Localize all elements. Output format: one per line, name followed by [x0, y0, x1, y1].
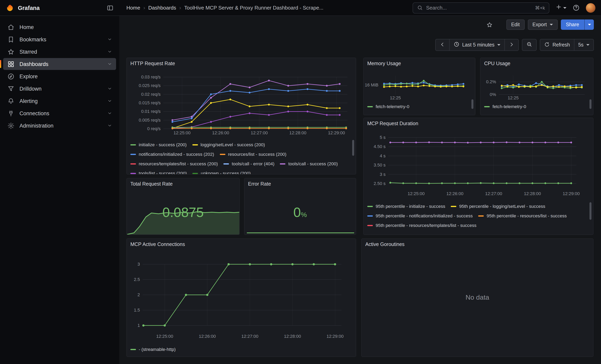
chevron-down-icon[interactable]: [107, 49, 112, 54]
share-caret-button[interactable]: [584, 20, 594, 30]
legend: fetch-telemetry-0: [484, 102, 587, 114]
time-forward-button[interactable]: [505, 39, 519, 51]
mcp-active-connections-chart[interactable]: 12:25:0012:26:0012:27:0012:28:0012:29:00…: [127, 239, 356, 357]
sidebar-toggle-icon[interactable]: [107, 4, 114, 11]
panel-mcp-active-connections: MCP Active Connections 12:25:0012:26:001…: [126, 238, 356, 357]
stat-value: 0%: [244, 205, 356, 220]
legend-item[interactable]: tools/call - success (200): [280, 159, 338, 168]
panel-title[interactable]: HTTP Request Rate: [130, 61, 175, 66]
legend-item[interactable]: logging/setLevel - success (200): [192, 140, 265, 149]
sidebar-item-administration[interactable]: Administration: [3, 120, 116, 132]
chevron-down-icon[interactable]: [107, 37, 112, 42]
panel-title[interactable]: Active Goroutines: [365, 242, 404, 247]
scrollbar-thumb[interactable]: [352, 140, 354, 156]
zoom-out-button[interactable]: [522, 39, 537, 51]
grafana-logo-icon[interactable]: [6, 3, 14, 12]
svg-text:2.50 s: 2.50 s: [374, 181, 386, 186]
chevron-down-icon: [497, 44, 501, 46]
search-input[interactable]: [426, 5, 532, 11]
favorite-star-icon[interactable]: [486, 21, 493, 28]
chevron-down-icon[interactable]: [107, 86, 112, 91]
sidebar-item-label: Administration: [20, 123, 53, 128]
scrollbar-thumb[interactable]: [471, 99, 473, 109]
legend-item[interactable]: 95th percentile - initialize - success: [367, 201, 445, 211]
refresh-interval-picker[interactable]: 5s: [574, 39, 594, 51]
legend-item[interactable]: tools/call - error (404): [223, 159, 274, 168]
panel-title[interactable]: MCP Request Duration: [367, 121, 418, 126]
legend-item[interactable]: 95th percentile - resources/list - succe…: [478, 211, 567, 221]
sidebar-item-starred[interactable]: Starred: [3, 46, 116, 58]
clock-icon: [453, 41, 459, 49]
panel-title[interactable]: Memory Usage: [367, 61, 401, 66]
panel-mcp-request-duration: MCP Request Duration 12:25:0012:26:0012:…: [363, 118, 593, 235]
legend-item[interactable]: resources/templates/list - success (200): [130, 159, 218, 168]
panel-memory-usage: Memory Usage 12:2516 MiB fetch-telemetry…: [363, 58, 475, 115]
legend-label: 95th percentile - logging/setLevel - suc…: [459, 204, 545, 209]
nav-left: Grafana: [0, 3, 119, 12]
sidebar-item-alerting[interactable]: Alerting: [3, 95, 116, 107]
legend-item[interactable]: fetch-telemetry-0: [484, 102, 526, 111]
chevron-down-icon[interactable]: [107, 123, 112, 128]
legend-item[interactable]: tools/list - success (200): [130, 168, 187, 174]
top-nav: Grafana Home›Dashboards›ToolHive MCP Ser…: [0, 0, 601, 16]
legend-swatch: [478, 215, 484, 216]
scrollbar-thumb[interactable]: [590, 99, 591, 109]
legend-label: 95th percentile - resources/templates/li…: [376, 223, 476, 228]
panel-title[interactable]: CPU Usage: [484, 61, 510, 66]
sidebar-item-drilldown[interactable]: Drilldown: [3, 83, 116, 95]
legend-item[interactable]: 95th percentile - resources/templates/li…: [367, 221, 476, 230]
legend-scrollbar[interactable]: [471, 99, 473, 114]
svg-text:0.2%: 0.2%: [486, 79, 496, 84]
share-button[interactable]: Share: [561, 20, 594, 30]
panel-total-request-rate: Total Request Rate 0.0875: [126, 178, 240, 235]
panel-title[interactable]: Error Rate: [248, 181, 271, 187]
svg-text:2.5: 2.5: [134, 277, 140, 282]
sidebar-item-connections[interactable]: Connections: [3, 107, 116, 119]
time-back-button[interactable]: [435, 39, 449, 51]
svg-text:5 s: 5 s: [380, 135, 386, 140]
sidebar-item-bookmarks[interactable]: Bookmarks: [3, 33, 116, 45]
export-button[interactable]: Export: [528, 20, 558, 30]
legend-item[interactable]: 95th percentile - notifications/initiali…: [367, 211, 473, 221]
breadcrumb-item-home[interactable]: Home: [126, 5, 140, 11]
sidebar-item-explore[interactable]: Explore: [3, 70, 116, 82]
edit-button[interactable]: Edit: [506, 20, 524, 30]
legend: initialize - success (200)logging/setLev…: [130, 140, 349, 174]
no-data-message: No data: [362, 239, 593, 356]
legend-label: resources/templates/list - success (200): [139, 161, 218, 166]
legend-item[interactable]: - (streamable-http): [130, 344, 176, 354]
share-label[interactable]: Share: [561, 20, 584, 30]
legend-scrollbar[interactable]: [352, 140, 354, 173]
chevron-down-icon[interactable]: [107, 111, 112, 116]
sidebar-item-home[interactable]: Home: [3, 21, 116, 33]
breadcrumb-item-toolhive-mcp-server-prox[interactable]: ToolHive MCP Server & Proxy Runner Dashb…: [184, 5, 323, 11]
legend-item[interactable]: notifications/initialized - success (202…: [130, 149, 214, 159]
svg-text:12:25:00: 12:25:00: [156, 334, 173, 339]
search-icon: [417, 5, 423, 11]
legend-label: initialize - success (200): [139, 142, 187, 147]
svg-text:0.015 req/s: 0.015 req/s: [139, 100, 160, 105]
panel-title[interactable]: Total Request Rate: [130, 181, 173, 187]
legend-item[interactable]: unknown - success (200): [192, 168, 250, 174]
time-range-picker[interactable]: Last 5 minutes: [449, 39, 505, 51]
help-icon[interactable]: [572, 4, 580, 11]
chevron-down-icon[interactable]: [107, 98, 112, 103]
legend-scrollbar[interactable]: [590, 202, 591, 234]
legend-item[interactable]: fetch-telemetry-0: [367, 102, 410, 111]
legend-scrollbar[interactable]: [590, 99, 591, 114]
chevron-down-icon[interactable]: [107, 62, 112, 66]
sidebar-item-dashboards[interactable]: Dashboards: [3, 58, 116, 70]
new-button[interactable]: [555, 4, 566, 12]
legend-swatch: [223, 163, 229, 164]
user-avatar[interactable]: [586, 3, 595, 12]
bell-icon: [7, 97, 15, 105]
panel-title[interactable]: MCP Active Connections: [130, 242, 185, 247]
refresh-button[interactable]: Refresh: [540, 39, 574, 51]
search-box[interactable]: ⌘+k: [413, 2, 549, 13]
legend-item[interactable]: 95th percentile - logging/setLevel - suc…: [451, 201, 545, 211]
breadcrumb-item-dashboards[interactable]: Dashboards: [148, 5, 176, 11]
legend-item[interactable]: initialize - success (200): [130, 140, 187, 149]
svg-text:16 MiB: 16 MiB: [365, 82, 378, 88]
scrollbar-thumb[interactable]: [590, 202, 591, 220]
legend-item[interactable]: resources/list - success (200): [220, 149, 286, 159]
